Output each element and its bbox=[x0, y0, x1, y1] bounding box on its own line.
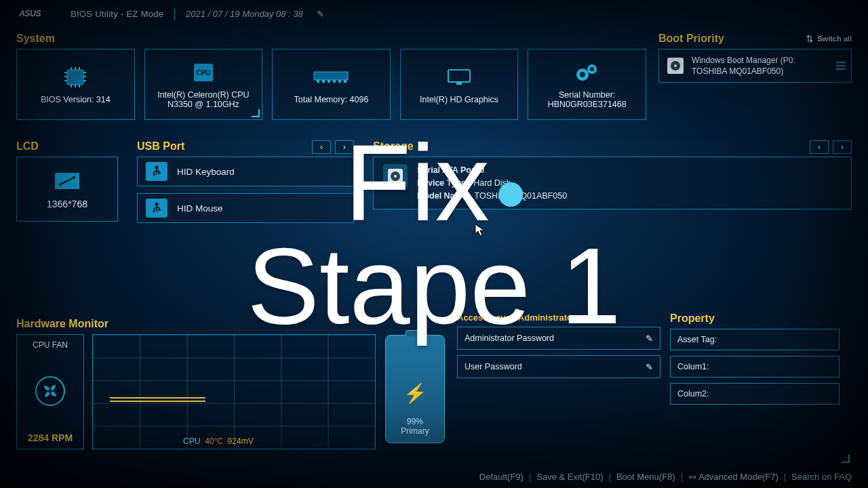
svg-rect-24 bbox=[456, 82, 462, 85]
asset-tag-row[interactable]: Asset Tag: bbox=[670, 329, 840, 350]
svg-text:ASUS: ASUS bbox=[19, 9, 41, 18]
svg-rect-21 bbox=[338, 80, 341, 83]
ram-icon bbox=[313, 65, 349, 89]
bios-footer: Default(F9)| Save & Exit(F10)| Boot Menu… bbox=[0, 465, 868, 488]
hdd-icon bbox=[383, 164, 408, 188]
bios-title: BIOS Utility - EZ Mode bbox=[71, 9, 163, 19]
adv-icon bbox=[688, 474, 696, 481]
svg-point-28 bbox=[590, 67, 594, 71]
svg-point-39 bbox=[155, 203, 159, 206]
svg-rect-16 bbox=[314, 72, 348, 80]
battery-icon: ⚡ 99% Primary bbox=[385, 335, 445, 443]
storage-meta: Serial ATA Port 0 Device Type: Hard Disk… bbox=[417, 164, 567, 202]
cpu-fan-title: CPU FAN bbox=[33, 340, 68, 350]
usb-item[interactable]: HID Mouse bbox=[137, 193, 354, 223]
storage-prev-button[interactable]: ‹ bbox=[810, 140, 829, 154]
tile-bios[interactable]: BIOS Version: 314 bbox=[16, 49, 135, 120]
pencil-icon[interactable]: ✎ bbox=[646, 333, 653, 344]
fan-icon bbox=[35, 376, 65, 406]
usb-heading: USB Port bbox=[137, 140, 184, 152]
usb-item-label: HID Mouse bbox=[177, 203, 223, 214]
battery-pct: 99% bbox=[407, 417, 423, 426]
svg-rect-23 bbox=[448, 70, 470, 82]
switch-icon bbox=[806, 35, 813, 43]
system-tiles: BIOS Version: 314 CPU Intel(R) Celeron(R… bbox=[16, 49, 646, 120]
storage-item[interactable]: Serial ATA Port 0 Device Type: Hard Disk… bbox=[373, 157, 852, 209]
gear-icon bbox=[573, 60, 601, 85]
graph-readout: CPU 40°C 924mV bbox=[183, 436, 254, 446]
cursor-icon bbox=[475, 224, 486, 237]
svg-rect-38 bbox=[159, 172, 161, 174]
tile-serial-label: Serial Number: HBN0GR03E371468 bbox=[532, 90, 642, 109]
user-password-row[interactable]: User Password ✎ bbox=[457, 355, 660, 378]
cpu-icon: CPU bbox=[190, 60, 217, 85]
svg-rect-41 bbox=[159, 209, 161, 211]
drag-handle-icon[interactable] bbox=[836, 62, 846, 70]
usb-item-label: HID Keyboard bbox=[177, 167, 235, 177]
access-heading: Access Level: Administrator bbox=[457, 312, 660, 323]
chip-icon bbox=[62, 65, 89, 89]
svg-rect-19 bbox=[328, 80, 330, 83]
cpu-fan-box[interactable]: CPU FAN 2284 RPM bbox=[16, 334, 84, 449]
separator: | bbox=[173, 7, 176, 20]
colum2-row[interactable]: Colum2: bbox=[670, 383, 840, 405]
battery-label: Primary bbox=[401, 426, 429, 436]
lcd-icon bbox=[52, 169, 82, 193]
boot-item[interactable]: Windows Boot Manager (P0: TOSHIBA MQ01AB… bbox=[658, 49, 852, 83]
tile-memory[interactable]: Total Memory: 4096 bbox=[272, 49, 391, 120]
cpu-fan-rpm: 2284 RPM bbox=[28, 432, 73, 443]
usb-prev-button[interactable]: ‹ bbox=[312, 140, 331, 154]
svg-point-37 bbox=[153, 174, 155, 176]
usb-icon bbox=[146, 162, 167, 181]
bios-header: ASUS BIOS Utility - EZ Mode | 2021 / 07 … bbox=[0, 0, 868, 27]
display-icon bbox=[446, 65, 473, 89]
usb-icon bbox=[146, 199, 167, 218]
property-heading: Property bbox=[670, 312, 840, 325]
tile-cpu[interactable]: CPU Intel(R) Celeron(R) CPU N3350 @ 1.10… bbox=[144, 49, 263, 120]
footer-save-exit[interactable]: Save & Exit(F10) bbox=[536, 472, 603, 482]
tile-serial[interactable]: Serial Number: HBN0GR03E371468 bbox=[528, 49, 646, 120]
svg-point-31 bbox=[674, 64, 677, 67]
tile-gpu-label: Intel(R) HD Graphics bbox=[420, 95, 498, 104]
svg-rect-18 bbox=[322, 80, 325, 83]
svg-point-45 bbox=[48, 389, 52, 393]
hdd-icon bbox=[666, 56, 685, 75]
svg-rect-22 bbox=[344, 80, 347, 83]
lcd-heading: LCD bbox=[16, 140, 118, 152]
pencil-icon[interactable]: ✎ bbox=[646, 362, 653, 372]
footer-advanced[interactable]: Advanced Mode(F7) bbox=[688, 472, 778, 482]
svg-point-44 bbox=[394, 175, 397, 178]
svg-rect-1 bbox=[67, 70, 83, 85]
colum1-row[interactable]: Colum1: bbox=[670, 356, 840, 378]
monitor-graph: CPU 40°C 924mV bbox=[92, 334, 376, 449]
lcd-res: 1366*768 bbox=[47, 199, 87, 209]
hw-heading: Hardware Monitor bbox=[16, 318, 376, 330]
boot-heading: Boot Priority bbox=[658, 33, 724, 45]
svg-point-26 bbox=[580, 72, 585, 77]
storage-next-button[interactable]: › bbox=[833, 140, 852, 154]
boot-item-text: Windows Boot Manager (P0: TOSHIBA MQ01AB… bbox=[692, 55, 795, 77]
svg-rect-17 bbox=[317, 80, 319, 83]
footer-default[interactable]: Default(F9) bbox=[479, 472, 524, 482]
footer-faq[interactable]: Search on FAQ bbox=[791, 472, 852, 482]
tile-lcd[interactable]: 1366*768 bbox=[16, 157, 118, 222]
admin-password-row[interactable]: Administrator Password ✎ bbox=[457, 327, 660, 350]
storage-heading: Storage bbox=[373, 140, 414, 152]
footer-boot-menu[interactable]: Boot Menu(F8) bbox=[616, 472, 675, 482]
svg-text:CPU: CPU bbox=[196, 69, 210, 77]
asus-logo: ASUS bbox=[19, 7, 61, 20]
tile-gpu[interactable]: Intel(R) HD Graphics bbox=[400, 49, 519, 120]
bios-datetime: 2021 / 07 / 19 Monday 08 : 38 bbox=[186, 9, 303, 19]
bolt-icon: ⚡ bbox=[403, 382, 427, 405]
edit-time-icon[interactable]: ✎ bbox=[317, 9, 324, 19]
svg-point-40 bbox=[153, 210, 155, 212]
tile-bios-label: BIOS Version: 314 bbox=[41, 95, 111, 104]
tile-memory-label: Total Memory: 4096 bbox=[294, 95, 369, 104]
usb-item[interactable]: HID Keyboard bbox=[137, 157, 354, 186]
usb-next-button[interactable]: › bbox=[335, 140, 354, 154]
battery-panel: ⚡ 99% Primary bbox=[385, 312, 448, 465]
switch-all-button[interactable]: Switch all bbox=[806, 35, 852, 43]
system-heading: System bbox=[16, 33, 646, 45]
tile-cpu-label: Intel(R) Celeron(R) CPU N3350 @ 1.10GHz bbox=[149, 90, 258, 109]
svg-rect-20 bbox=[333, 80, 336, 83]
